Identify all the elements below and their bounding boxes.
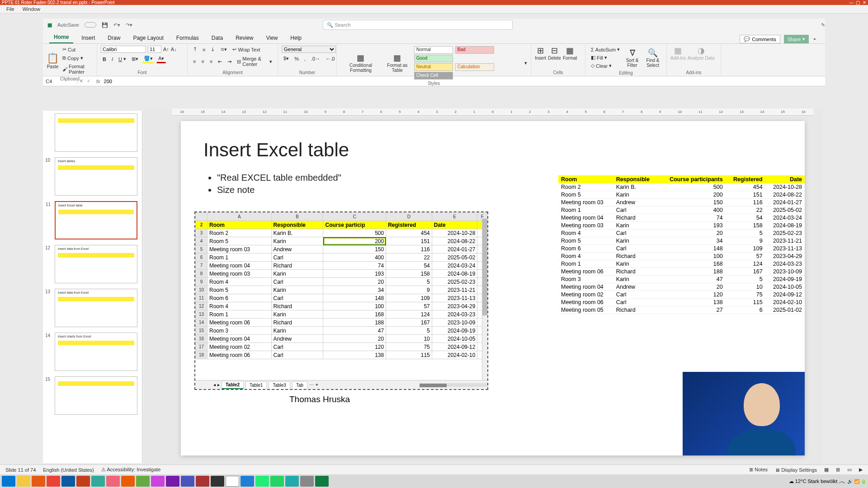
status-accessibility[interactable]: ⚠ Accessibility: Investigate — [101, 467, 161, 473]
align-center-icon[interactable]: ≡ — [199, 58, 206, 65]
taskbar-app7-icon[interactable] — [226, 476, 239, 487]
comma-icon[interactable]: , — [302, 55, 307, 62]
tab-help[interactable]: Help — [286, 32, 306, 43]
tab-insert[interactable]: Insert — [77, 32, 99, 43]
slide-thumbnails[interactable]: 10Insert tables11Insert Excel table12Ins… — [43, 111, 142, 463]
thumbnail-slide[interactable]: 11Insert Excel table — [55, 201, 137, 239]
sheet-nav-next-icon[interactable]: ▸ — [217, 382, 220, 387]
fill-color-button[interactable]: 🪣▾ — [142, 55, 155, 63]
taskbar-app-icon[interactable] — [91, 476, 105, 487]
style-checkcell[interactable]: Check Cell — [414, 72, 453, 80]
comments-button[interactable]: 💬 Comments — [740, 35, 780, 43]
autosave-toggle[interactable]: AutoSave — [57, 22, 79, 28]
sheet-tab-table3[interactable]: Table3 — [269, 381, 290, 389]
status-notes[interactable]: ≣ Notes — [749, 467, 768, 473]
wrap-text-button[interactable]: ↩ Wrap Text — [231, 46, 262, 53]
cell[interactable]: 400 — [323, 253, 386, 262]
taskbar-powerpoint-icon[interactable] — [76, 476, 90, 487]
thumbnail-slide[interactable]: 14Insert charts from Excel — [55, 333, 137, 371]
align-bot-icon[interactable]: ⤓ — [209, 46, 217, 53]
sheet-nav-prev-icon[interactable]: ◂ — [213, 382, 216, 387]
tab-formulas[interactable]: Formulas — [172, 32, 203, 43]
insert-cells-icon[interactable]: ⊞ — [535, 46, 546, 56]
taskbar-whatsapp-icon[interactable] — [270, 476, 284, 487]
start-button[interactable] — [2, 476, 15, 487]
cell[interactable]: 188 — [323, 319, 386, 327]
pp-close-icon[interactable]: ✕ — [863, 0, 866, 5]
ribbon-mode-icon[interactable]: ✎ — [821, 22, 825, 28]
view-slideshow-icon[interactable]: ▶ — [859, 467, 863, 473]
indent-inc-icon[interactable]: ⇥ — [226, 58, 233, 66]
redo-icon[interactable]: ↷▾ — [126, 22, 132, 28]
cut-button[interactable]: ✂ Cut — [61, 46, 93, 53]
dec-decimal-icon[interactable]: ←.0 — [324, 55, 336, 62]
fx-confirm-icon[interactable]: ✓ — [85, 78, 93, 84]
taskbar-app4-icon[interactable] — [151, 476, 165, 487]
add-sheet-icon[interactable]: + — [316, 382, 318, 387]
thumbnail-slide[interactable]: 12Insert data from Excel — [55, 245, 137, 283]
cell[interactable]: 138 — [323, 351, 386, 359]
tray-icons[interactable]: 🔊 📶 🔋 — [847, 479, 866, 484]
style-bad[interactable]: Bad — [455, 46, 494, 54]
font-color-button[interactable]: A▾ — [156, 55, 166, 63]
cell[interactable]: 148 — [323, 294, 386, 302]
embedded-excel-grid[interactable]: ABCDEF2RoomResponsibleCourse participReg… — [195, 212, 487, 359]
align-left-icon[interactable]: ≡ — [191, 58, 198, 65]
font-name-input[interactable] — [101, 46, 146, 53]
taskbar-onenote-icon[interactable] — [166, 476, 179, 487]
cell[interactable]: 47 — [323, 327, 386, 335]
pp-min-icon[interactable]: — — [849, 0, 854, 5]
cell[interactable]: 193 — [323, 270, 386, 278]
insert-cells-button[interactable]: Insert — [535, 56, 546, 61]
taskbar-excel-icon[interactable] — [315, 476, 329, 487]
find-select-button[interactable]: Find & Select — [643, 58, 663, 68]
pp-menu-file[interactable]: File — [6, 6, 14, 12]
orientation-icon[interactable]: ⤭▾ — [218, 46, 229, 53]
format-table-button[interactable]: Format as Table — [383, 63, 412, 73]
selected-cell[interactable]: 200 — [323, 237, 386, 245]
style-neutral[interactable]: Neutral — [414, 63, 453, 71]
taskbar-app8-icon[interactable] — [241, 476, 254, 487]
tab-view[interactable]: View — [262, 32, 283, 43]
taskbar-app3-icon[interactable] — [136, 476, 150, 487]
fx-cancel-icon[interactable]: ✕ — [77, 78, 85, 84]
status-lang[interactable]: English (United States) — [43, 467, 94, 473]
format-painter-button[interactable]: 🖌 Format Painter — [61, 63, 93, 75]
sheet-more-icon[interactable]: ⋯ — [309, 382, 314, 387]
italic-button[interactable]: I — [110, 56, 115, 63]
paste-icon[interactable]: 📋 — [47, 52, 59, 64]
decrease-font-icon[interactable]: A↓ — [171, 47, 177, 52]
autosave-switch[interactable] — [85, 22, 96, 28]
ribbon-collapse-icon[interactable]: ⌄ — [812, 35, 817, 43]
find-select-icon[interactable]: 🔍 — [643, 48, 663, 58]
taskbar-edge-icon[interactable] — [61, 476, 75, 487]
copy-button[interactable]: ⧉ Copy ▾ — [61, 54, 93, 62]
cell[interactable]: 100 — [323, 302, 386, 310]
merge-button[interactable]: ⊟ Merge & Center▾ — [235, 55, 274, 68]
sheet-hscroll[interactable] — [420, 383, 487, 387]
excel-vscroll[interactable] — [482, 219, 487, 380]
indent-dec-icon[interactable]: ⇤ — [216, 58, 224, 66]
tab-data[interactable]: Data — [207, 32, 227, 43]
view-reading-icon[interactable]: ▭ — [847, 467, 852, 473]
inc-decimal-icon[interactable]: .0→ — [309, 55, 322, 62]
cell[interactable]: 500 — [323, 229, 386, 237]
style-calculation[interactable]: Calculation — [455, 63, 494, 71]
pp-menu-window[interactable]: Window — [23, 6, 40, 12]
percent-icon[interactable]: % — [292, 55, 301, 62]
cell[interactable]: 20 — [323, 335, 386, 343]
taskbar-app11-icon[interactable] — [300, 476, 314, 487]
taskbar-explorer-icon[interactable] — [17, 476, 30, 487]
font-size-input[interactable] — [148, 46, 161, 53]
cell[interactable]: 150 — [323, 245, 386, 253]
status-display[interactable]: 🖥 Display Settings — [775, 467, 817, 473]
align-right-icon[interactable]: ≡ — [208, 58, 214, 65]
slide-title[interactable]: Insert Excel table — [203, 139, 782, 161]
taskbar-app9-icon[interactable] — [255, 476, 269, 487]
cond-format-icon[interactable]: ▦ — [340, 53, 381, 63]
view-sorter-icon[interactable]: ⊞ — [836, 467, 840, 473]
tab-home[interactable]: Home — [49, 31, 73, 43]
clear-button[interactable]: ◇ Clear▾ — [589, 62, 622, 70]
tab-draw[interactable]: Draw — [103, 32, 125, 43]
increase-font-icon[interactable]: A↑ — [163, 47, 169, 52]
